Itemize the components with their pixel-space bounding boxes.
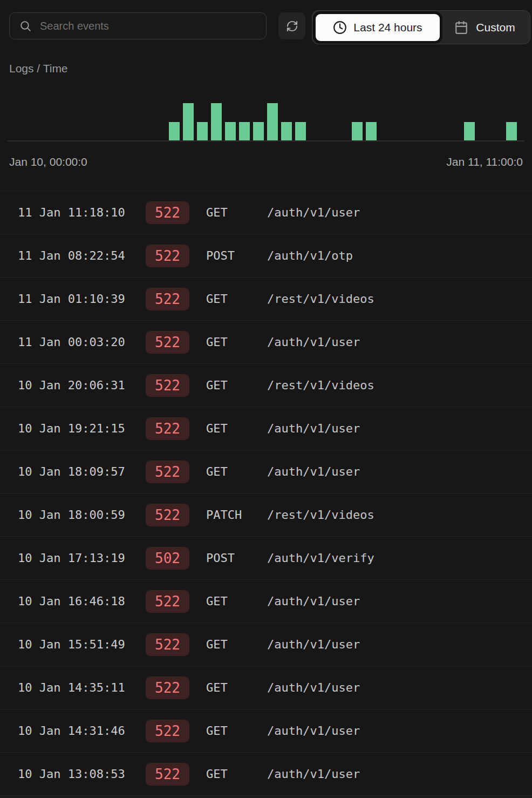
chart-bar[interactable] [169,122,180,141]
row-timestamp: 10 Jan 14:35:11 [18,681,146,694]
table-row[interactable]: 10 Jan 14:35:11 522 GET /auth/v1/user [0,666,532,709]
chart-bar[interactable] [281,122,292,141]
row-path: /auth/v1/user [267,724,532,738]
chart-bar[interactable] [366,122,377,141]
row-timestamp: 11 Jan 08:22:54 [18,249,146,262]
chart-bar[interactable] [352,122,363,141]
logs-bar-chart[interactable] [0,81,532,141]
chart-bar[interactable] [197,122,208,141]
row-timestamp: 10 Jan 14:31:46 [18,724,146,738]
chart-x-axis-line [8,140,524,141]
table-row[interactable]: 11 Jan 11:18:10 522 GET /auth/v1/user [0,191,532,234]
search-box[interactable] [9,12,267,39]
row-path: /rest/v1/videos [267,508,532,522]
row-path: /auth/v1/user [267,638,532,651]
row-path: /auth/v1/user [267,594,532,608]
row-method: GET [206,335,267,349]
row-method: GET [206,206,267,219]
row-path: /auth/v1/verify [267,551,532,565]
row-path: /auth/v1/otp [267,249,532,262]
table-row[interactable]: 10 Jan 17:13:19 502 POST /auth/v1/verify [0,536,532,579]
row-timestamp: 10 Jan 15:51:49 [18,638,146,651]
row-timestamp: 10 Jan 17:13:19 [18,551,146,565]
row-path: /auth/v1/user [267,206,532,219]
chart-x-start-label: Jan 10, 00:00:0 [9,155,87,168]
status-badge: 522 [146,633,189,656]
row-path: /auth/v1/user [267,465,532,478]
chart-bar[interactable] [239,122,250,141]
row-method: GET [206,292,267,306]
refresh-button[interactable] [278,12,305,39]
chart-bar[interactable] [211,103,222,140]
status-badge: 522 [146,245,189,267]
row-path: /auth/v1/user [267,681,532,694]
table-row[interactable]: 10 Jan 13:08:53 522 GET /auth/v1/user [0,752,532,795]
time-range-custom-button[interactable]: Custom [440,11,530,44]
table-row[interactable]: 10 Jan 14:31:46 522 GET /auth/v1/user [0,709,532,752]
row-timestamp: 10 Jan 18:09:57 [18,465,146,478]
status-badge: 522 [146,288,189,310]
table-row[interactable]: 10 Jan 18:09:57 522 GET /auth/v1/user [0,450,532,493]
row-method: GET [206,465,267,478]
row-path: /rest/v1/videos [267,292,532,306]
row-method: POST [206,249,267,262]
row-timestamp: 10 Jan 18:00:59 [18,508,146,522]
row-path: /rest/v1/videos [267,378,532,392]
row-method: GET [206,594,267,608]
table-row[interactable]: 10 Jan 16:46:18 522 GET /auth/v1/user [0,579,532,623]
search-icon [19,19,32,33]
row-method: GET [206,422,267,435]
search-input[interactable] [40,20,257,32]
row-timestamp: 10 Jan 13:08:53 [18,767,146,781]
row-method: GET [206,638,267,651]
row-path: /auth/v1/user [267,335,532,349]
chart-title: Logs / Time [9,62,68,75]
row-path: /auth/v1/user [267,422,532,435]
status-badge: 522 [146,461,189,483]
table-row[interactable]: 11 Jan 01:10:39 522 GET /rest/v1/videos [0,277,532,320]
status-badge: 522 [146,504,189,526]
status-badge: 522 [146,201,189,224]
row-timestamp: 10 Jan 20:06:31 [18,378,146,392]
status-badge: 522 [146,590,189,613]
row-timestamp: 11 Jan 00:03:20 [18,335,146,349]
table-row[interactable]: 11 Jan 00:03:20 522 GET /auth/v1/user [0,320,532,363]
table-row[interactable]: 10 Jan 15:51:49 522 GET /auth/v1/user [0,623,532,666]
row-method: GET [206,681,267,694]
calendar-icon [454,21,468,35]
chart-bar[interactable] [267,103,278,140]
chart-x-axis-labels: Jan 10, 00:00:0 Jan 11, 11:00:0 [9,155,523,168]
log-table: 11 Jan 11:18:10 522 GET /auth/v1/user 11… [0,191,532,798]
row-timestamp: 10 Jan 19:21:15 [18,422,146,435]
row-path: /auth/v1/user [267,767,532,781]
refresh-icon [286,20,298,32]
row-method: GET [206,767,267,781]
row-timestamp: 11 Jan 01:10:39 [18,292,146,306]
row-timestamp: 10 Jan 16:46:18 [18,594,146,608]
status-badge: 522 [146,417,189,440]
row-timestamp: 11 Jan 11:18:10 [18,206,146,219]
row-method: POST [206,551,267,565]
chart-bar[interactable] [506,122,517,141]
chart-bar[interactable] [295,122,306,141]
row-method: GET [206,378,267,392]
table-row[interactable]: 10 Jan 19:21:15 522 GET /auth/v1/user [0,407,532,450]
chart-bar[interactable] [225,122,236,141]
time-range-custom-label: Custom [476,21,515,34]
status-badge: 522 [146,763,189,786]
table-row[interactable]: 10 Jan 18:00:59 522 PATCH /rest/v1/video… [0,493,532,536]
chart-bar[interactable] [183,103,194,140]
chart-bar[interactable] [253,122,264,141]
row-method: GET [206,724,267,738]
table-row[interactable]: 10 Jan 20:06:31 522 GET /rest/v1/videos [0,363,532,407]
time-range-last-24-hours-button[interactable]: Last 24 hours [316,14,440,41]
clock-icon [333,21,347,35]
status-badge: 522 [146,720,189,742]
time-range-selected-label: Last 24 hours [353,21,422,34]
status-badge: 522 [146,677,189,699]
table-row-partial[interactable] [0,795,532,798]
status-badge: 522 [146,374,189,397]
chart-bar[interactable] [464,122,475,141]
table-row[interactable]: 11 Jan 08:22:54 522 POST /auth/v1/otp [0,234,532,277]
time-range-group: Last 24 hours Custom [312,10,530,44]
